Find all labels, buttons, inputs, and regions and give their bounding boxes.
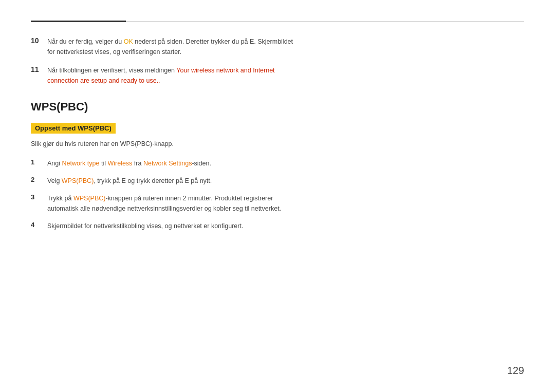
step-num-1: 1 — [31, 158, 42, 169]
step-num-4: 4 — [31, 221, 42, 231]
list-item: 4 Skjermbildet for nettverkstilkobling v… — [31, 221, 524, 231]
page-container: 10 Når du er ferdig, velger du OK neders… — [0, 0, 555, 392]
wireless-label: Wireless — [107, 160, 132, 167]
step-num-3: 3 — [31, 193, 42, 214]
top-dividers — [31, 21, 524, 22]
step-text-1: Angi Network type til Wireless fra Netwo… — [47, 158, 211, 169]
list-item: 3 Trykk på WPS(PBC)-knappen på ruteren i… — [31, 193, 524, 214]
step-10-number: 10 — [31, 36, 42, 57]
subsection-heading: Oppsett med WPS(PBC) — [31, 123, 524, 139]
divider-light — [126, 21, 524, 22]
step-11-highlight: Your wireless network and Internetconnec… — [47, 67, 275, 84]
network-settings-label: Network Settings — [143, 160, 192, 167]
wps-label-3: WPS(PBC) — [73, 195, 106, 202]
step-11-number: 11 — [31, 65, 42, 86]
step-11-content: Når tilkoblingen er verifisert, vises me… — [47, 65, 275, 86]
steps-list: 1 Angi Network type til Wireless fra Net… — [31, 158, 524, 231]
intro-wps: WPS(PBC) — [120, 140, 153, 147]
network-type-label: Network type — [62, 160, 100, 167]
step-text-2: Velg WPS(PBC), trykk på E og trykk deret… — [47, 176, 212, 186]
intro-text: Slik gjør du hvis ruteren har en WPS(PBC… — [31, 139, 524, 149]
divider-dark — [31, 21, 126, 22]
list-item: 2 Velg WPS(PBC), trykk på E og trykk der… — [31, 176, 524, 186]
step-10-content: Når du er ferdig, velger du OK nederst p… — [47, 36, 293, 57]
list-item: 1 Angi Network type til Wireless fra Net… — [31, 158, 524, 169]
step-11: 11 Når tilkoblingen er verifisert, vises… — [31, 65, 524, 86]
step-num-2: 2 — [31, 176, 42, 186]
step-text-3: Trykk på WPS(PBC)-knappen på ruteren inn… — [47, 193, 281, 214]
step-10-ok: OK — [124, 38, 133, 45]
section-title: WPS(PBC) — [31, 100, 524, 114]
step-10: 10 Når du er ferdig, velger du OK neders… — [31, 36, 524, 57]
step-text-4: Skjermbildet for nettverkstilkobling vis… — [47, 221, 243, 231]
wps-label-2: WPS(PBC) — [62, 177, 94, 184]
page-number: 129 — [507, 365, 524, 377]
subsection-heading-text: Oppsett med WPS(PBC) — [31, 123, 116, 134]
